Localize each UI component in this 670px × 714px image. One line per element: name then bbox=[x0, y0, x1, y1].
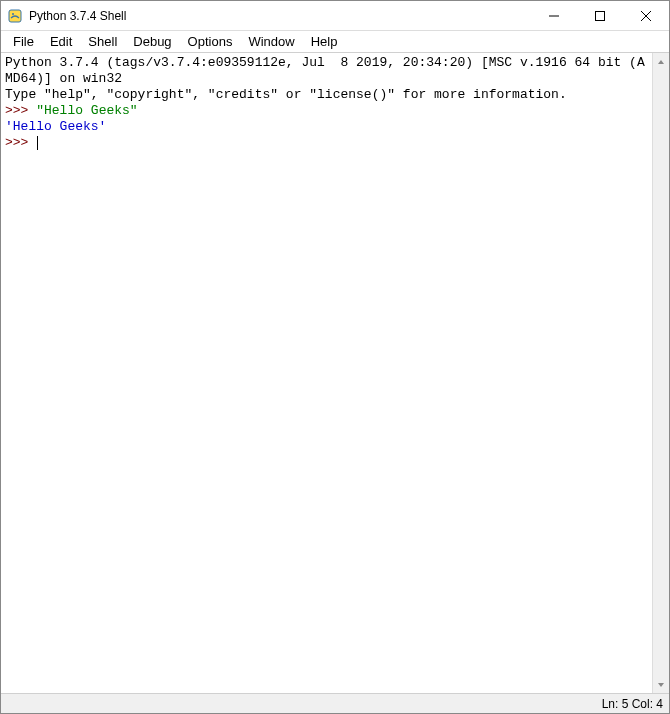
app-icon bbox=[7, 8, 23, 24]
close-button[interactable] bbox=[623, 1, 669, 30]
vertical-scrollbar[interactable] bbox=[652, 53, 669, 693]
prompt: >>> bbox=[5, 103, 36, 118]
window-controls bbox=[531, 1, 669, 30]
titlebar: Python 3.7.4 Shell bbox=[1, 1, 669, 31]
window-title: Python 3.7.4 Shell bbox=[29, 9, 531, 23]
svg-rect-3 bbox=[596, 11, 605, 20]
scroll-up-button[interactable] bbox=[653, 53, 669, 70]
cursor-position: Ln: 5 Col: 4 bbox=[602, 697, 663, 711]
menu-edit[interactable]: Edit bbox=[42, 32, 80, 51]
minimize-button[interactable] bbox=[531, 1, 577, 30]
menu-options[interactable]: Options bbox=[180, 32, 241, 51]
prompt: >>> bbox=[5, 135, 36, 150]
editor-area: Python 3.7.4 (tags/v3.7.4:e09359112e, Ju… bbox=[1, 53, 669, 693]
menu-debug[interactable]: Debug bbox=[125, 32, 179, 51]
output-line-1: 'Hello Geeks' bbox=[5, 119, 106, 134]
banner-line-2: Type "help", "copyright", "credits" or "… bbox=[5, 87, 567, 102]
maximize-button[interactable] bbox=[577, 1, 623, 30]
svg-point-1 bbox=[12, 13, 14, 15]
menu-help[interactable]: Help bbox=[303, 32, 346, 51]
menubar: File Edit Shell Debug Options Window Hel… bbox=[1, 31, 669, 53]
menu-window[interactable]: Window bbox=[240, 32, 302, 51]
input-line-1: "Hello Geeks" bbox=[36, 103, 137, 118]
banner-line-1: Python 3.7.4 (tags/v3.7.4:e09359112e, Ju… bbox=[5, 55, 645, 86]
menu-shell[interactable]: Shell bbox=[80, 32, 125, 51]
statusbar: Ln: 5 Col: 4 bbox=[1, 693, 669, 713]
menu-file[interactable]: File bbox=[5, 32, 42, 51]
text-cursor bbox=[37, 136, 38, 150]
shell-editor[interactable]: Python 3.7.4 (tags/v3.7.4:e09359112e, Ju… bbox=[1, 53, 652, 693]
scroll-down-button[interactable] bbox=[653, 676, 669, 693]
